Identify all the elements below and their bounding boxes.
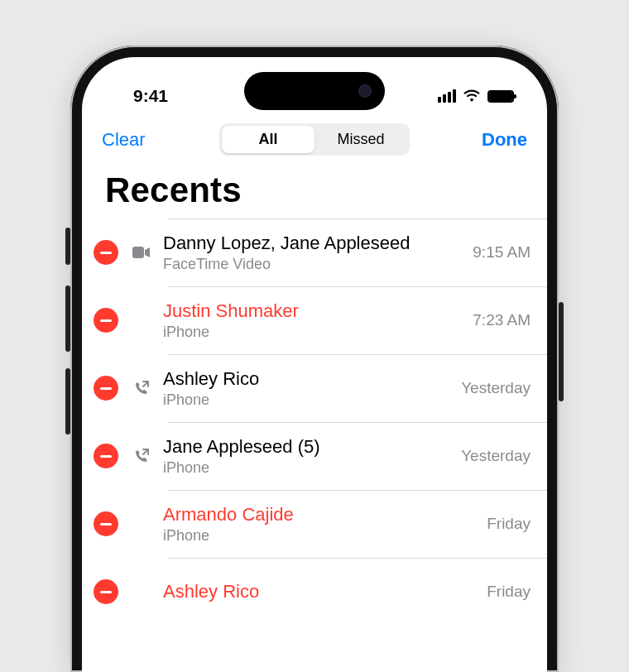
facetime-video-icon: [130, 246, 153, 259]
row-separator: [168, 218, 547, 219]
call-row[interactable]: Justin ShumakeriPhone7:23 AM: [82, 286, 547, 354]
screen: 9:41 Clear All Missed: [82, 57, 547, 672]
segment-missed[interactable]: Missed: [314, 126, 407, 153]
mute-switch: [65, 228, 70, 265]
svg-rect-0: [132, 247, 144, 258]
call-subline: FaceTime Video: [163, 256, 463, 273]
done-button[interactable]: Done: [461, 129, 527, 151]
caller-name: Ashley Rico: [163, 580, 477, 603]
call-row-main: Armando CajideiPhone: [163, 503, 477, 545]
call-row-main: Justin ShumakeriPhone: [163, 300, 463, 342]
power-button: [559, 302, 564, 401]
call-row[interactable]: Jane Appleseed (5)iPhoneYesterday: [82, 422, 547, 490]
call-row[interactable]: Ashley RicoFriday: [82, 558, 547, 626]
outgoing-call-icon: [130, 380, 153, 396]
delete-row-button[interactable]: [94, 511, 118, 536]
volume-down-button: [65, 368, 70, 434]
call-time: 9:15 AM: [473, 243, 531, 262]
minus-icon: [100, 387, 112, 390]
caller-name: Jane Appleseed (5): [163, 435, 451, 458]
minus-icon: [100, 319, 112, 322]
call-time: Friday: [487, 583, 531, 601]
minus-icon: [100, 591, 112, 593]
call-time: 7:23 AM: [473, 311, 531, 329]
caller-name: Ashley Rico: [163, 367, 451, 391]
delete-row-button[interactable]: [94, 308, 118, 333]
call-row[interactable]: Danny Lopez, Jane AppleseedFaceTime Vide…: [82, 218, 547, 286]
battery-icon: [487, 90, 514, 103]
call-time: Friday: [487, 515, 531, 533]
phone-device-frame: 9:41 Clear All Missed: [70, 46, 559, 672]
volume-up-button: [65, 286, 70, 352]
row-separator: [168, 558, 547, 559]
row-separator: [168, 490, 547, 491]
nav-bar: Clear All Missed Done: [82, 115, 547, 161]
minus-icon: [100, 523, 112, 526]
minus-icon: [100, 252, 112, 254]
page-title: Recents: [82, 161, 547, 218]
minus-icon: [100, 455, 112, 458]
call-row[interactable]: Ashley RicoiPhoneYesterday: [82, 354, 547, 422]
call-subline: iPhone: [163, 527, 477, 545]
front-camera: [358, 84, 372, 98]
row-separator: [168, 422, 547, 423]
call-row-main: Ashley RicoiPhone: [163, 367, 451, 410]
row-separator: [168, 286, 547, 287]
delete-row-button[interactable]: [94, 444, 118, 468]
caller-name: Justin Shumaker: [163, 300, 463, 323]
outgoing-call-icon: [130, 448, 153, 464]
call-subline: iPhone: [163, 459, 451, 477]
caller-name: Armando Cajide: [163, 503, 477, 526]
call-time: Yesterday: [461, 447, 531, 465]
delete-row-button[interactable]: [94, 240, 118, 265]
wifi-icon: [463, 89, 481, 103]
delete-row-button[interactable]: [94, 376, 118, 401]
call-time: Yesterday: [461, 379, 531, 397]
call-row-main: Ashley Rico: [163, 580, 477, 603]
recents-filter-segmented[interactable]: All Missed: [219, 123, 410, 156]
row-separator: [168, 354, 547, 355]
caller-name: Danny Lopez, Jane Appleseed: [163, 232, 463, 255]
cellular-signal-icon: [438, 89, 456, 103]
clear-button[interactable]: Clear: [102, 129, 168, 151]
call-subline: iPhone: [163, 391, 451, 409]
dynamic-island: [244, 72, 385, 110]
status-time: 9:41: [133, 86, 168, 106]
call-row[interactable]: Armando CajideiPhoneFriday: [82, 490, 547, 558]
segment-all[interactable]: All: [222, 126, 314, 153]
recents-list: Danny Lopez, Jane AppleseedFaceTime Vide…: [82, 218, 547, 626]
call-row-main: Jane Appleseed (5)iPhone: [163, 435, 451, 478]
delete-row-button[interactable]: [94, 579, 118, 604]
call-row-main: Danny Lopez, Jane AppleseedFaceTime Vide…: [163, 232, 463, 274]
call-subline: iPhone: [163, 324, 463, 341]
